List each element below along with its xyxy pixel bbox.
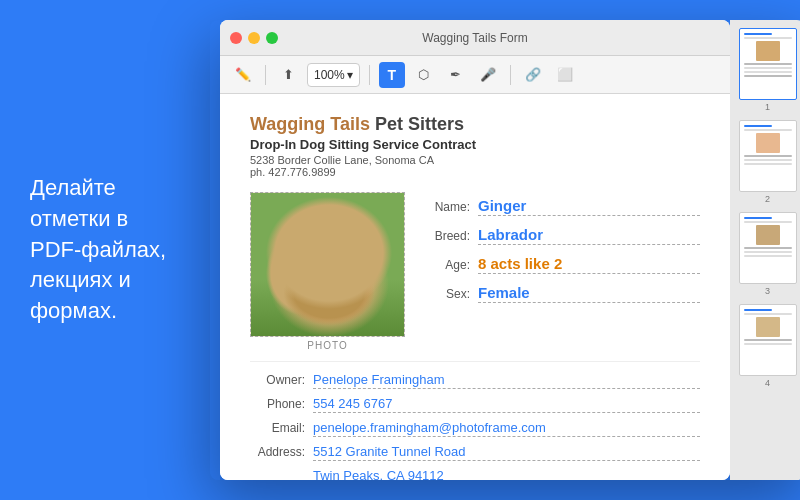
- mac-window-container: Wagging Tails Form ✏️ ⬆ 100% ▾ T ⬡ ✒ 🎤 🔗…: [210, 20, 800, 480]
- thumbnail-3[interactable]: 3: [739, 212, 797, 296]
- thumb-cat-img: [756, 133, 780, 153]
- thumb-num-1: 1: [739, 102, 797, 112]
- thumb-line: [744, 339, 792, 341]
- email-label: Email:: [250, 421, 305, 435]
- name-value[interactable]: Ginger: [478, 197, 700, 216]
- text-tool-button[interactable]: T: [379, 62, 405, 88]
- share-button[interactable]: ⬆: [275, 62, 301, 88]
- field-row-age: Age: 8 acts like 2: [425, 255, 700, 274]
- owner-row-address2: Twin Peaks, CA 94112: [250, 468, 700, 480]
- sex-label: Sex:: [425, 287, 470, 301]
- dog-photo: [251, 193, 404, 336]
- photo-label: PHOTO: [250, 340, 405, 351]
- toolbar-separator-3: [510, 65, 511, 85]
- zoom-arrow-icon: ▾: [347, 68, 353, 82]
- thumb-line: [744, 217, 773, 219]
- thumb-page-1[interactable]: [739, 28, 797, 100]
- document-window: Wagging Tails Form ✏️ ⬆ 100% ▾ T ⬡ ✒ 🎤 🔗…: [220, 20, 730, 480]
- thumb-line: [744, 129, 792, 131]
- thumbnail-2[interactable]: 2: [739, 120, 797, 204]
- pet-form-fields: Name: Ginger Breed: Labrador Age: 8 acts…: [425, 192, 700, 351]
- toolbar-separator-2: [369, 65, 370, 85]
- traffic-lights: [230, 32, 278, 44]
- toolbar-separator: [265, 65, 266, 85]
- thumb-line: [744, 125, 773, 127]
- thumb-dog-img: [756, 41, 780, 61]
- photo-section: PHOTO: [250, 192, 405, 351]
- pencil-tool-button[interactable]: ✏️: [230, 62, 256, 88]
- sign-button[interactable]: ✒: [443, 62, 469, 88]
- breed-value[interactable]: Labrador: [478, 226, 700, 245]
- title-pet: Pet Sitters: [375, 114, 464, 134]
- thumb-page-2[interactable]: [739, 120, 797, 192]
- owner-row-address: Address: 5512 Granite Tunnel Road: [250, 444, 700, 461]
- thumb-line: [744, 313, 792, 315]
- thumbnail-sidebar: 1 2: [730, 20, 800, 480]
- thumbnail-1[interactable]: 1: [739, 28, 797, 112]
- thumb-line: [744, 309, 773, 311]
- thumb-num-4: 4: [739, 378, 797, 388]
- doc-address-line2: ph. 427.776.9899: [250, 166, 700, 178]
- document-body: PHOTO Name: Ginger Breed: Labrador: [250, 192, 700, 351]
- thumb-line: [744, 33, 773, 35]
- owner-row-email: Email: penelope.framingham@photoframe.co…: [250, 420, 700, 437]
- owner-label: Owner:: [250, 373, 305, 387]
- shapes-button[interactable]: ⬡: [411, 62, 437, 88]
- thumb-line: [744, 221, 792, 223]
- thumb-line: [744, 247, 792, 249]
- thumbnail-4[interactable]: 4: [739, 304, 797, 388]
- age-value[interactable]: 8 acts like 2: [478, 255, 700, 274]
- owner-value[interactable]: Penelope Framingham: [313, 372, 700, 389]
- zoom-value: 100%: [314, 68, 345, 82]
- sex-value[interactable]: Female: [478, 284, 700, 303]
- thumb-line: [744, 155, 792, 157]
- minimize-button[interactable]: [248, 32, 260, 44]
- name-label: Name:: [425, 200, 470, 214]
- thumb-lines-4: [740, 305, 796, 351]
- phone-label: Phone:: [250, 397, 305, 411]
- thumb-line: [744, 63, 792, 65]
- thumb-line: [744, 67, 792, 69]
- thumb-img-4: [756, 317, 780, 337]
- owner-row-phone: Phone: 554 245 6767: [250, 396, 700, 413]
- thumb-num-2: 2: [739, 194, 797, 204]
- document-title: Wagging Tails Pet Sitters: [250, 114, 700, 135]
- age-label: Age:: [425, 258, 470, 272]
- owner-section: Owner: Penelope Framingham Phone: 554 24…: [250, 361, 700, 480]
- thumb-line: [744, 159, 792, 161]
- address-value-1[interactable]: 5512 Granite Tunnel Road: [313, 444, 700, 461]
- email-value[interactable]: penelope.framingham@photoframe.com: [313, 420, 700, 437]
- thumb-num-3: 3: [739, 286, 797, 296]
- thumb-page-3[interactable]: [739, 212, 797, 284]
- phone-value[interactable]: 554 245 6767: [313, 396, 700, 413]
- intro-label: Делайте отметки в PDF-файлах, лекциях и …: [30, 175, 166, 323]
- markup-button[interactable]: ⬜: [552, 62, 578, 88]
- close-button[interactable]: [230, 32, 242, 44]
- mac-window: Wagging Tails Form ✏️ ⬆ 100% ▾ T ⬡ ✒ 🎤 🔗…: [210, 20, 800, 480]
- address-value-2[interactable]: Twin Peaks, CA 94112: [313, 468, 700, 480]
- link-button[interactable]: 🔗: [520, 62, 546, 88]
- field-row-sex: Sex: Female: [425, 284, 700, 303]
- thumb-lines-1: [740, 29, 796, 83]
- intro-text: Делайте отметки в PDF-файлах, лекциях и …: [0, 133, 210, 367]
- thumb-page-4[interactable]: [739, 304, 797, 376]
- owner-row-name: Owner: Penelope Framingham: [250, 372, 700, 389]
- window-title: Wagging Tails Form: [422, 31, 527, 45]
- thumb-line: [744, 163, 792, 165]
- doc-address-line1: 5238 Border Collie Lane, Sonoma CA: [250, 154, 700, 166]
- document-content: Wagging Tails Pet Sitters Drop-In Dog Si…: [220, 94, 730, 480]
- maximize-button[interactable]: [266, 32, 278, 44]
- thumb-line: [744, 251, 792, 253]
- thumb-lines-3: [740, 213, 796, 263]
- title-wagging: Wagging Tails: [250, 114, 370, 134]
- thumb-line: [744, 255, 792, 257]
- thumb-lines-2: [740, 121, 796, 171]
- zoom-control[interactable]: 100% ▾: [307, 63, 360, 87]
- thumb-person-img: [756, 225, 780, 245]
- thumb-line: [744, 75, 792, 77]
- thumb-line: [744, 37, 792, 39]
- address-label: Address:: [250, 445, 305, 459]
- breed-label: Breed:: [425, 229, 470, 243]
- mic-button[interactable]: 🎤: [475, 62, 501, 88]
- thumb-line: [744, 343, 792, 345]
